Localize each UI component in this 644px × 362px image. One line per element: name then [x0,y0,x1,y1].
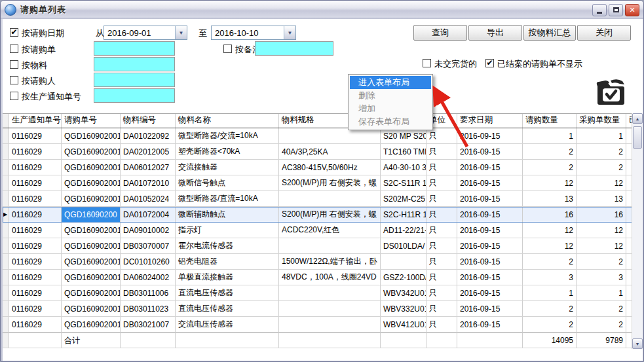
cell-name: 微型断路器/交流=10kA [176,128,279,143]
table-row[interactable]: 0116029QGD160902001DB03070007霍尔电流传感器DS01… [3,238,643,254]
filter-req-input[interactable] [94,41,175,56]
requisition-grid: 生产通知单号请购单号物料编号物料名称物料规格单位要求日期请购数量采购单数量已 0… [3,113,643,348]
cell-date: 2016-09-15 [457,128,523,143]
cell-spec [279,285,381,300]
date-from-combo[interactable]: 2016-09-01 ▼ [104,26,187,40]
filter-material-input[interactable] [94,57,175,71]
cell-notice: 0116029 [9,207,62,222]
chevron-down-icon[interactable]: ▼ [175,26,187,39]
column-header[interactable]: 生产通知单号 [9,114,62,128]
filter-requester-checkbox[interactable] [10,76,18,84]
scroll-up-icon[interactable]: ▲ [632,113,643,124]
table-row[interactable]: 0116029QGD160902001DB03021007交流电压传感器WBV4… [3,317,643,333]
cell-code: DB03011006 [121,285,176,300]
table-row[interactable]: 0116029QGD160902001DB03011023直流电压传感器WBV3… [3,301,643,317]
cell-code: DC01010260 [121,254,176,269]
cell-notice: 0116029 [9,317,62,332]
row-indicator [3,223,9,238]
filter-date-checkbox[interactable]: ✔ [10,28,18,37]
closed-hidden-checkbox[interactable]: ✔ [485,59,494,67]
column-header[interactable]: 要求日期 [457,114,523,128]
export-button[interactable]: 导出 [468,25,522,41]
table-row[interactable]: 0116029QGD160902001DC01010260铝壳电阻器1500W/… [3,254,643,270]
table-row[interactable]: 0116029QGD160902001DA06024002单极直流接触器48VD… [3,270,643,285]
close-button[interactable]: ✕ [625,4,639,16]
filter-remark-input[interactable] [255,41,333,56]
row-indicator [3,254,9,269]
filter-req-checkbox[interactable] [10,45,18,53]
scroll-down-icon[interactable]: ▼ [632,338,643,349]
cell-req: QGD16090200 [62,207,121,222]
grid-header-row[interactable]: 生产通知单号请购单号物料编号物料名称物料规格单位要求日期请购数量采购单数量已 [3,113,643,128]
chevron-down-icon[interactable]: ▼ [284,26,295,39]
cell-model: S2C-H11R 1 [381,207,426,222]
cell-unit: 只 [426,160,457,175]
row-indicator [3,144,9,159]
client-area: ✔ 按请购日期 从 2016-09-01 ▼ 至 2016-10-10 ▼ 查询… [3,19,643,361]
menu-item-enter-form-layout[interactable]: 进入表单布局 [350,76,431,89]
table-row[interactable]: 0116029QGD160902001DA06012027交流接触器AC380-… [3,160,643,175]
table-row[interactable]: 0116029QGD160902001DA01052024微型断路器/直流=10… [3,191,643,207]
column-header[interactable]: 请购数量 [523,114,577,128]
table-row[interactable]: 0116029QGD160902001DA09010002指示灯ACDC220V… [3,223,643,238]
cell-name: 塑壳断路器<70kA [176,144,279,159]
app-icon [5,4,16,16]
maximize-icon [613,7,619,12]
cell-req: QGD160902001 [62,223,121,238]
column-header[interactable]: 物料名称 [176,114,279,128]
cell-spec: 40A/3P,25KA [279,144,381,159]
window-title: 请购单列表 [20,4,590,16]
table-row[interactable]: 0116029QGD160902001DA01072010微断信号触点S200(… [3,175,643,191]
row-indicator [3,317,9,332]
cell-qty: 3 [523,270,577,285]
vertical-scrollbar[interactable]: ▲ ▼ [632,113,643,349]
vertical-scroll-thumb[interactable] [633,126,642,149]
minimize-button[interactable] [592,4,607,16]
filter-remark-checkbox[interactable] [223,45,232,53]
table-row[interactable]: ▶0116029QGD16090200DA01072004微断辅助触点S200(… [3,207,643,223]
cell-qty: 16 [523,207,577,222]
cell-unit: 只 [426,128,457,143]
cell-date: 2016-09-15 [457,144,523,159]
cell-spec [279,317,381,332]
close-window-button[interactable]: 关闭 [577,25,631,41]
cell-spec: S200(M/P)用 右侧安装，螺 [279,175,381,190]
closed-hidden-label: 已结案的请购单不显示 [497,58,582,70]
table-row[interactable]: 0116029QGD160902001DA01022092微型断路器/交流=10… [3,128,643,144]
cell-name: 霍尔电流传感器 [176,238,279,253]
column-header[interactable]: 请购单号 [62,114,121,128]
table-row[interactable]: 0116029QGD160902001DB03011006直流电压传感器WBV3… [3,285,643,301]
date-to-combo[interactable]: 2016-10-10 ▼ [211,26,296,40]
undelivered-checkbox[interactable] [423,59,431,67]
menu-item-save-form-layout[interactable]: 保存表单布局 [350,115,431,128]
maximize-button[interactable] [609,4,623,16]
cell-po: 2 [577,301,626,316]
cell-code: DB03021007 [121,317,176,332]
title-bar[interactable]: 请购单列表 ✕ [1,1,643,19]
cell-req: QGD160902001 [62,270,121,285]
cell-qty: 1 [523,128,577,143]
cell-code: DA09010002 [121,223,176,238]
column-header[interactable]: 采购单数量 [577,114,626,128]
date-to-label: 至 [199,27,207,39]
folder-check-icon[interactable] [594,75,628,108]
menu-item-add[interactable]: 增加 [350,102,431,115]
summarize-by-material-button[interactable]: 按物料汇总 [523,25,576,41]
cell-model: S20 MP S20 [381,128,426,143]
cell-code: DA01022092 [121,128,176,143]
filter-material-checkbox[interactable] [10,60,18,69]
menu-item-delete[interactable]: 删除 [350,89,431,102]
filter-notice-checkbox[interactable] [10,92,18,100]
filter-material-label: 按物料 [22,60,47,71]
column-header[interactable]: 物料编号 [121,114,176,128]
row-indicator [3,301,9,316]
cell-name: 微型断路器/直流=10kA [176,191,279,206]
table-row[interactable]: 0116029QGD160902001DA02012005塑壳断路器<70kA4… [3,144,643,160]
filter-notice-input[interactable] [94,88,175,103]
query-button[interactable]: 查询 [413,25,467,41]
filter-notice-label: 按生产通知单号 [22,91,81,103]
cell-spec [279,301,381,316]
cell-date: 2016-09-15 [457,285,523,300]
filter-requester-input[interactable] [94,73,175,87]
cell-name: 直流电压传感器 [176,285,279,300]
